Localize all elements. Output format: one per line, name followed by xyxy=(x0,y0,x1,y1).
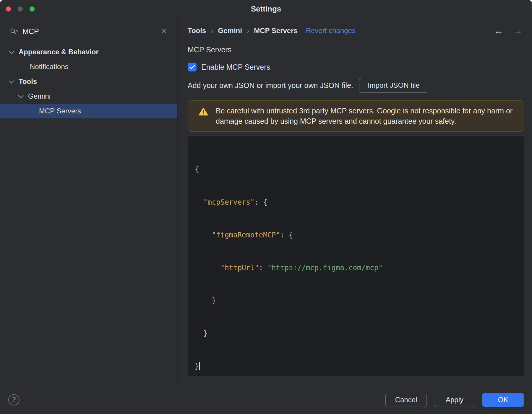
code-line: } xyxy=(195,295,517,306)
settings-window: Settings × Appearance & Behavior xyxy=(0,0,532,414)
titlebar: Settings xyxy=(0,0,532,18)
breadcrumb-separator-icon: › xyxy=(246,27,250,35)
back-arrow-icon[interactable]: ← xyxy=(494,26,503,35)
sidebar-item-label: MCP Servers xyxy=(39,107,81,115)
breadcrumb-tools[interactable]: Tools xyxy=(188,27,206,35)
settings-search-field[interactable]: × xyxy=(5,24,172,39)
code-punct: : xyxy=(259,264,267,272)
zoom-window-button[interactable] xyxy=(30,6,35,12)
apply-button[interactable]: Apply xyxy=(434,393,475,407)
enable-mcp-row: Enable MCP Servers xyxy=(188,62,524,72)
sidebar-item-appearance-behavior[interactable]: Appearance & Behavior xyxy=(0,45,177,59)
code-line: { xyxy=(195,164,517,175)
breadcrumb-gemini[interactable]: Gemini xyxy=(218,27,242,35)
breadcrumb-separator-icon: › xyxy=(210,27,214,35)
code-punct: : { xyxy=(280,231,293,239)
question-mark-icon: ? xyxy=(12,396,16,404)
section-header: MCP Servers xyxy=(188,45,524,54)
breadcrumb: Tools › Gemini › MCP Servers Revert chan… xyxy=(188,25,524,36)
revert-changes-link[interactable]: Revert changes xyxy=(306,27,356,35)
settings-main-panel: Tools › Gemini › MCP Servers Revert chan… xyxy=(178,18,532,385)
chevron-down-icon[interactable] xyxy=(9,78,14,83)
code-indent xyxy=(195,264,220,272)
code-key: "mcpServers" xyxy=(203,198,254,206)
search-icon[interactable] xyxy=(10,27,19,35)
code-indent xyxy=(195,198,203,206)
code-line: } xyxy=(195,328,517,339)
ok-button[interactable]: OK xyxy=(482,393,524,407)
code-key: "httpUrl" xyxy=(220,264,259,272)
forward-arrow-icon[interactable]: → xyxy=(513,26,523,35)
search-input[interactable] xyxy=(22,27,158,36)
chevron-down-icon[interactable] xyxy=(9,48,14,54)
code-line: } xyxy=(195,361,517,372)
code-line: "figmaRemoteMCP": { xyxy=(195,230,517,241)
sidebar-item-tools[interactable]: Tools xyxy=(0,74,177,89)
section-title: MCP Servers xyxy=(188,45,231,54)
window-controls xyxy=(6,0,35,18)
window-title: Settings xyxy=(251,4,281,14)
chevron-down-icon[interactable] xyxy=(18,93,23,98)
history-nav: ← → xyxy=(494,26,524,35)
clear-search-icon[interactable]: × xyxy=(161,26,167,37)
sidebar-item-label: Appearance & Behavior xyxy=(19,48,99,56)
enable-mcp-label: Enable MCP Servers xyxy=(201,63,270,71)
code-punct: : { xyxy=(254,198,267,206)
json-hint-row: Add your own JSON or import your own JSO… xyxy=(188,78,524,93)
code-line: "mcpServers": { xyxy=(195,197,517,208)
sidebar-item-mcp-servers[interactable]: MCP Servers xyxy=(0,104,177,118)
checkmark-icon xyxy=(189,65,195,69)
import-json-button[interactable]: Import JSON file xyxy=(359,78,428,93)
settings-tree: Appearance & Behavior Notifications Tool… xyxy=(0,45,177,118)
code-punct: { xyxy=(195,165,199,174)
dialog-buttons: Cancel Apply OK xyxy=(385,393,524,407)
sidebar-item-label: Notifications xyxy=(30,63,69,71)
section-divider xyxy=(237,50,524,50)
code-string: "https://mcp.figma.com/mcp" xyxy=(267,264,383,272)
warning-triangle-icon xyxy=(199,107,208,117)
code-line: "httpUrl": "https://mcp.figma.com/mcp" xyxy=(195,263,517,273)
warning-text: Be careful with untrusted 3rd party MCP … xyxy=(216,106,515,126)
cancel-button[interactable]: Cancel xyxy=(385,393,427,407)
settings-sidebar: × Appearance & Behavior Notifications To… xyxy=(0,18,178,385)
sidebar-item-label: Gemini xyxy=(28,92,51,100)
help-button[interactable]: ? xyxy=(8,394,20,405)
text-caret xyxy=(199,362,200,370)
breadcrumb-mcp-servers: MCP Servers xyxy=(254,27,298,35)
sidebar-item-label: Tools xyxy=(19,77,37,86)
minimize-window-button[interactable] xyxy=(18,6,23,12)
warning-banner: Be careful with untrusted 3rd party MCP … xyxy=(188,100,524,132)
sidebar-item-gemini[interactable]: Gemini xyxy=(0,89,177,104)
json-editor[interactable]: { "mcpServers": { "figmaRemoteMCP": { "h… xyxy=(188,136,524,376)
sidebar-item-notifications[interactable]: Notifications xyxy=(0,59,177,74)
code-punct: } xyxy=(195,296,216,305)
enable-mcp-checkbox[interactable] xyxy=(188,63,197,71)
dialog-footer: ? Cancel Apply OK xyxy=(0,385,532,414)
code-indent xyxy=(195,231,212,239)
close-window-button[interactable] xyxy=(6,6,11,12)
code-punct: } xyxy=(195,362,199,370)
json-hint-text: Add your own JSON or import your own JSO… xyxy=(188,81,353,90)
code-key: "figmaRemoteMCP" xyxy=(212,231,280,239)
code-punct: } xyxy=(195,329,207,338)
